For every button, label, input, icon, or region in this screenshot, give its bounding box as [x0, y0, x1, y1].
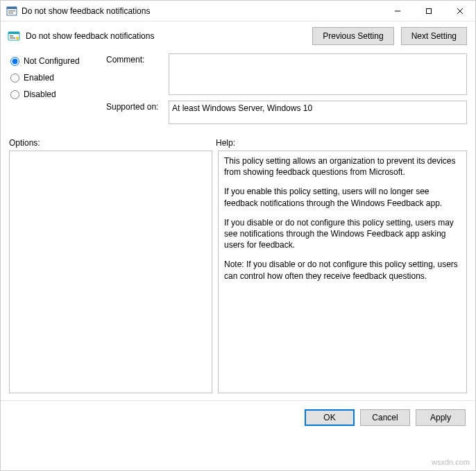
section-labels: Options: Help: [1, 135, 475, 151]
help-paragraph: If you disable or do not configure this … [224, 217, 461, 251]
labeled-fields: Comment: Supported on: [106, 53, 467, 130]
next-setting-button[interactable]: Next Setting [401, 27, 467, 45]
svg-rect-10 [10, 35, 13, 37]
header-row: Do not show feedback notifications Previ… [1, 22, 475, 53]
panes: This policy setting allows an organizati… [1, 151, 475, 393]
radio-label: Enabled [24, 73, 54, 83]
radio-not-configured-input[interactable] [10, 57, 19, 66]
svg-rect-11 [10, 37, 15, 39]
svg-rect-1 [7, 7, 17, 9]
ok-button[interactable]: OK [305, 409, 355, 426]
close-button[interactable] [444, 1, 475, 22]
apply-button[interactable]: Apply [416, 409, 466, 426]
minimize-icon [394, 8, 401, 15]
policy-title: Do not show feedback notifications [26, 31, 305, 41]
watermark: wsxdn.com [432, 458, 470, 466]
maximize-icon [425, 8, 432, 15]
radio-disabled-input[interactable] [10, 90, 19, 99]
comment-row: Comment: [106, 53, 467, 95]
help-paragraph: Note: If you disable or do not configure… [224, 259, 461, 281]
window-title: Do not show feedback notifications [22, 6, 382, 16]
svg-rect-3 [8, 12, 13, 14]
svg-rect-9 [8, 32, 19, 34]
radio-disabled[interactable]: Disabled [9, 89, 99, 99]
svg-rect-5 [426, 8, 431, 13]
policy-icon [8, 30, 20, 42]
supported-row: Supported on: [106, 101, 467, 124]
comment-input[interactable] [169, 53, 467, 95]
minimize-button[interactable] [382, 1, 413, 22]
options-label: Options: [9, 138, 216, 148]
titlebar: Do not show feedback notifications [1, 1, 475, 22]
svg-rect-2 [8, 10, 15, 12]
config-area: Not Configured Enabled Disabled Comment:… [1, 53, 475, 135]
previous-setting-button[interactable]: Previous Setting [312, 27, 393, 45]
radio-enabled[interactable]: Enabled [9, 73, 99, 83]
supported-label: Supported on: [106, 101, 169, 112]
cancel-button[interactable]: Cancel [360, 409, 410, 426]
close-icon [457, 8, 464, 15]
dialog-button-bar: OK Cancel Apply [1, 400, 475, 433]
state-radio-group: Not Configured Enabled Disabled [9, 53, 99, 130]
maximize-button[interactable] [413, 1, 444, 22]
app-icon [6, 6, 17, 17]
svg-point-12 [16, 37, 19, 40]
help-pane[interactable]: This policy setting allows an organizati… [218, 151, 467, 393]
radio-label: Disabled [24, 89, 56, 99]
comment-label: Comment: [106, 53, 169, 65]
help-paragraph: This policy setting allows an organizati… [224, 155, 461, 178]
radio-enabled-input[interactable] [10, 74, 19, 83]
radio-label: Not Configured [24, 56, 80, 66]
radio-not-configured[interactable]: Not Configured [9, 56, 99, 66]
help-label: Help: [216, 138, 235, 148]
supported-on-display [169, 101, 467, 124]
options-pane[interactable] [9, 151, 212, 393]
help-paragraph: If you enable this policy setting, users… [224, 186, 461, 208]
